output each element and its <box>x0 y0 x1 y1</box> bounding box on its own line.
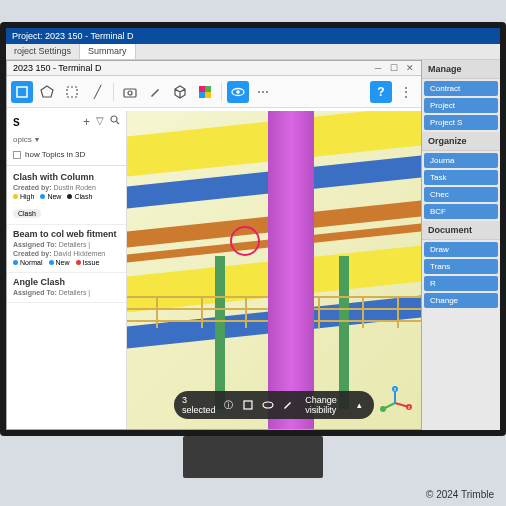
topic-meta: Created by: Dustin Roden <box>13 184 120 191</box>
viewport-toolbar: ╱ ⋯ ? ⋮ <box>7 76 421 108</box>
svg-point-4 <box>128 91 132 95</box>
topics-panel: S + ▽ opics ▾ how Topics in 3D <box>7 111 127 429</box>
rail-btn-contract[interactable]: Contract <box>424 81 498 96</box>
chevron-up-icon: ▴ <box>357 400 362 410</box>
axis-gizmo[interactable]: x z <box>377 385 413 421</box>
search-icon[interactable] <box>110 115 120 129</box>
line-tool-icon[interactable] <box>61 81 83 103</box>
svg-point-17 <box>380 406 386 412</box>
tag-label: New <box>47 193 61 200</box>
selection-floating-bar: 3 selected ⓘ Change visibility ▴ <box>174 391 374 419</box>
tag-normal: Normal <box>13 259 43 266</box>
tag-new: New <box>40 193 61 200</box>
svg-marker-1 <box>41 86 53 97</box>
topic-card[interactable]: Beam to col web fitment Assigned To: Det… <box>7 225 126 273</box>
maximize-button[interactable]: ☐ <box>389 63 399 73</box>
monitor-stand <box>183 436 323 478</box>
help-button[interactable]: ? <box>370 81 392 103</box>
box-tool-icon[interactable] <box>169 81 191 103</box>
isolate-icon[interactable] <box>241 396 255 414</box>
topic-card[interactable]: Clash with Column Created by: Dustin Rod… <box>7 168 126 225</box>
divider <box>7 165 126 166</box>
svg-rect-5 <box>199 86 205 92</box>
rail-btn-draw[interactable]: Draw <box>424 242 498 257</box>
svg-line-12 <box>117 122 120 125</box>
window-controls: ─ ☐ ✕ <box>373 63 415 73</box>
green-column <box>215 256 225 409</box>
rail-btn-task[interactable]: Task <box>424 170 498 185</box>
minimize-button[interactable]: ─ <box>373 63 383 73</box>
overflow-menu-icon[interactable]: ⋮ <box>395 81 417 103</box>
tag-label: Clash <box>74 193 92 200</box>
ribbon-tab-summary[interactable]: Summary <box>80 44 136 59</box>
topic-tags: Normal New Issue <box>13 259 120 266</box>
svg-rect-0 <box>17 87 27 97</box>
rail-btn-check[interactable]: Chec <box>424 187 498 202</box>
svg-rect-6 <box>205 86 211 92</box>
chevron-down-icon: ▾ <box>35 135 39 144</box>
info-icon[interactable]: ⓘ <box>221 396 235 414</box>
dot-icon <box>49 260 54 265</box>
model-window-titlebar: 2023 150 - Terminal D ─ ☐ ✕ <box>7 61 421 76</box>
rail-btn-project-s[interactable]: Project S <box>424 115 498 130</box>
dot-icon <box>76 260 81 265</box>
monitor-bezel: Project: 2023 150 - Terminal D roject Se… <box>0 22 506 436</box>
topic-card[interactable]: Angle Clash Assigned To: Detailers | <box>7 273 126 303</box>
ribbon: roject Settings Summary <box>6 44 500 60</box>
brush-tool-icon[interactable] <box>144 81 166 103</box>
show-in-3d-toggle[interactable]: how Topics in 3D <box>7 146 126 163</box>
add-topic-icon[interactable]: + <box>83 115 90 129</box>
topic-title: Beam to col web fitment <box>13 229 120 239</box>
more-tool-icon[interactable]: ⋯ <box>252 81 274 103</box>
svg-point-22 <box>263 402 273 408</box>
paint-icon[interactable] <box>281 396 295 414</box>
assigned-to-value: Detailers | <box>59 241 90 248</box>
created-by-value: David Hiddemen <box>53 250 105 257</box>
tag-label: Normal <box>20 259 43 266</box>
svg-rect-2 <box>67 87 77 97</box>
dot-icon <box>67 194 72 199</box>
ribbon-tab-settings[interactable]: roject Settings <box>6 44 80 59</box>
assigned-to-value: Detailers | <box>59 289 90 296</box>
rail-btn-r[interactable]: R <box>424 276 498 291</box>
tag-label: High <box>20 193 34 200</box>
camera-tool-icon[interactable] <box>119 81 141 103</box>
panel-subheader[interactable]: opics ▾ <box>7 133 126 146</box>
close-button[interactable]: ✕ <box>405 63 415 73</box>
change-visibility-label: Change visibility <box>305 395 353 415</box>
created-by-label: Created by: <box>13 250 52 257</box>
panel-header: S + ▽ <box>7 111 126 133</box>
svg-point-11 <box>111 116 117 122</box>
clash-marker-icon[interactable] <box>230 226 260 256</box>
dot-icon <box>13 194 18 199</box>
topic-meta: Assigned To: Detailers | <box>13 241 120 248</box>
app-screen: Project: 2023 150 - Terminal D roject Se… <box>6 28 500 430</box>
filter-icon[interactable]: ▽ <box>96 115 104 129</box>
model-window: 2023 150 - Terminal D ─ ☐ ✕ ╱ ⋯ <box>6 60 422 430</box>
eye-tool-icon[interactable] <box>227 81 249 103</box>
right-side-rail: Manage Contract Project Project S Organi… <box>422 60 500 430</box>
created-by-label: Created by: <box>13 184 52 191</box>
select-tool-icon[interactable] <box>11 81 33 103</box>
rail-btn-bcf[interactable]: BCF <box>424 204 498 219</box>
content-area: S + ▽ opics ▾ how Topics in 3D <box>7 111 421 429</box>
topic-tags: High New Clash <box>13 193 120 200</box>
svg-rect-3 <box>124 89 136 97</box>
tag-clash: Clash <box>67 193 92 200</box>
dot-icon <box>13 260 18 265</box>
rail-btn-trans[interactable]: Trans <box>424 259 498 274</box>
slash-tool-icon[interactable]: ╱ <box>86 81 108 103</box>
rail-section-organize: Organize <box>422 132 500 151</box>
topic-meta: Created by: David Hiddemen <box>13 250 120 257</box>
tag-label: Issue <box>83 259 100 266</box>
3d-viewport[interactable]: x z 3 selected ⓘ Change visibility ▴ <box>127 111 421 429</box>
tag-new: New <box>49 259 70 266</box>
rail-btn-project[interactable]: Project <box>424 98 498 113</box>
hide-icon[interactable] <box>261 396 275 414</box>
polygon-tool-icon[interactable] <box>36 81 58 103</box>
change-visibility-dropdown[interactable]: Change visibility ▴ <box>301 395 366 415</box>
rail-section-document: Document <box>422 221 500 240</box>
color-tool-icon[interactable] <box>194 81 216 103</box>
rail-btn-change[interactable]: Change <box>424 293 498 308</box>
rail-btn-journal[interactable]: Journa <box>424 153 498 168</box>
